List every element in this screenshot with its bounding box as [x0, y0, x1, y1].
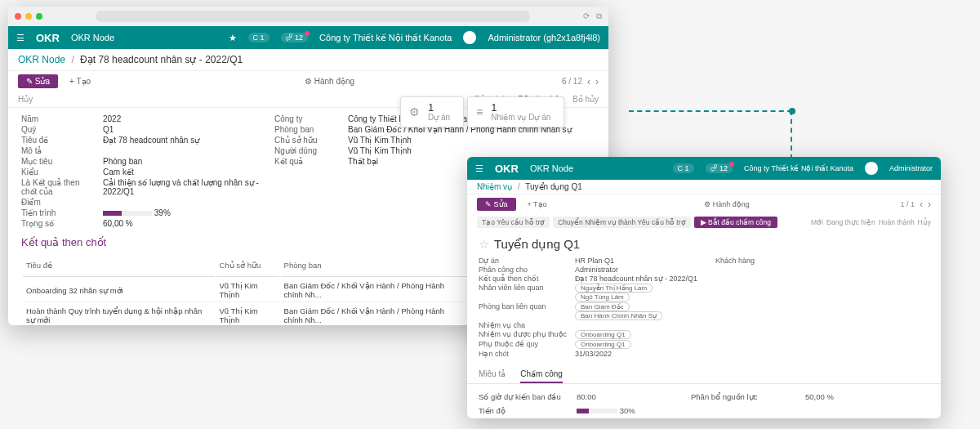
task-window: ☰ OKR OKR Node C 1 🗪 12 Công ty Thiết kế…: [467, 157, 941, 418]
btn-start-timer[interactable]: ▶ Bắt đầu chấm công: [694, 217, 777, 228]
badge-1[interactable]: C 1: [673, 163, 694, 173]
pager-next-icon[interactable]: ›: [595, 76, 599, 87]
user-value: Vũ Thị Kim Thịnh: [348, 146, 595, 155]
pager-next-icon[interactable]: ›: [928, 199, 931, 210]
toolbar: ✎ Sửa + Tạo ⚙ Hành động 6 / 12 ‹ ›: [8, 71, 608, 92]
recur-tag[interactable]: Onboarding Q1: [575, 340, 631, 349]
btn-convert[interactable]: Chuyển Nhiệm vụ thành Yêu cầu hỗ trợ: [553, 217, 690, 228]
planned-value: 80:00: [577, 392, 691, 401]
subtask-label: Nhiệm vụ được phụ thuộc: [479, 330, 568, 339]
stat-label: Dự án: [428, 113, 450, 122]
tab-timesheet[interactable]: Chấm công: [520, 369, 563, 383]
tab-icon[interactable]: ⧉: [596, 11, 602, 21]
action-button[interactable]: ⚙ Hành động: [102, 77, 557, 86]
desc-label: Mô tả: [21, 146, 95, 155]
user-label: Người dùng: [274, 146, 340, 155]
address-bar[interactable]: [96, 11, 530, 22]
progress-bar: [103, 211, 152, 216]
reload-icon[interactable]: ⟳: [583, 11, 590, 21]
kr-label: Kết quả then chốt: [479, 275, 568, 283]
menu-icon[interactable]: ☰: [475, 163, 483, 174]
year-label: Năm: [21, 114, 95, 123]
owner-label: Chủ sở hữu: [274, 136, 340, 145]
edit-button[interactable]: ✎ Sửa: [477, 198, 516, 211]
progress-pct: 39%: [154, 208, 171, 217]
target-label: Mục tiêu: [21, 157, 95, 166]
breadcrumb-root[interactable]: OKR Node: [18, 54, 65, 65]
tab-description[interactable]: Miêu tả: [479, 369, 506, 383]
col-dept[interactable]: Phòng ban: [281, 253, 469, 277]
status-cancel[interactable]: Bỏ hủy: [572, 95, 599, 104]
badge-1[interactable]: C 1: [248, 33, 270, 42]
stat-tasks[interactable]: ≡ 1Nhiệm vụ Dự án: [467, 96, 564, 127]
breadcrumb: Nhiệm vụ / Tuyển dụng Q1: [467, 180, 941, 194]
nav-link[interactable]: OKR Node: [530, 163, 573, 173]
parent-label: Nhiệm vụ cha: [479, 321, 568, 329]
user-name[interactable]: Administrator (gh2x1a8fj4l8): [488, 33, 600, 42]
btn-help-request[interactable]: Tạo Yêu cầu hỗ trợ: [477, 217, 550, 228]
close-dot[interactable]: [15, 13, 21, 20]
col-title[interactable]: Tiêu đề: [23, 253, 215, 277]
iskey-label: Là Kết quả then chốt của: [21, 178, 95, 196]
reldept-label: Phòng ban liên quan: [479, 302, 568, 320]
user-name[interactable]: Administrator: [889, 164, 933, 172]
company-name[interactable]: Công ty Thiết kế Nội thất Kanota: [744, 164, 853, 172]
avatar[interactable]: [865, 162, 878, 175]
sub-tag[interactable]: Onboarding Q1: [575, 330, 631, 339]
planned-label: Số giờ dự kiến ban đầu: [479, 392, 577, 401]
stat-projects[interactable]: ⚙ 1Dự án: [400, 96, 464, 127]
breadcrumb-root[interactable]: Nhiệm vụ: [477, 182, 512, 191]
target-value: Phòng ban: [103, 157, 266, 166]
pager-prev-icon[interactable]: ‹: [587, 76, 590, 87]
col-owner[interactable]: Chủ sở hữu: [216, 253, 279, 277]
status-doing[interactable]: Đang thực hiện: [826, 218, 875, 226]
metrics: Số giờ dự kiến ban đầu 80:00 Phân bổ ngu…: [467, 384, 941, 418]
nav-link[interactable]: OKR Node: [71, 33, 114, 42]
progress-label: Tiến trình: [21, 208, 95, 217]
progress-label: Tiến độ: [479, 406, 577, 415]
create-button[interactable]: + Tạo: [521, 198, 554, 211]
app-title: OKR: [36, 32, 60, 44]
status-new[interactable]: Mới: [811, 218, 823, 226]
puzzle-icon: ⚙: [409, 105, 420, 118]
company-label: Công ty: [274, 114, 340, 123]
pager-prev-icon[interactable]: ‹: [920, 199, 923, 210]
badge-2[interactable]: 🗪 12: [281, 33, 309, 42]
star-icon[interactable]: ★: [229, 33, 237, 43]
stat-num: 1: [428, 102, 450, 113]
customer-label: Khách hàng: [715, 257, 789, 265]
dept-tag[interactable]: Ban Hành Chính Nhân Sự: [575, 311, 662, 320]
task-title: Tuyển dụng Q1: [494, 237, 580, 251]
company-name[interactable]: Công ty Thiết kế Nội thất Kanota: [319, 33, 452, 43]
star-icon[interactable]: ☆: [479, 237, 489, 251]
staff-tag[interactable]: Ngô Tùng Lâm: [575, 293, 630, 302]
action-button[interactable]: ⚙ Hành động: [559, 200, 896, 208]
app-title: OKR: [495, 163, 519, 175]
status-done[interactable]: Hoàn thành: [879, 218, 915, 226]
assign-label: Phân công cho: [479, 266, 568, 274]
status-cancel[interactable]: Hủy: [918, 218, 931, 226]
max-dot[interactable]: [36, 13, 42, 20]
dept-tag[interactable]: Ban Giám Đốc: [575, 302, 630, 311]
badge-2[interactable]: 🗪 12: [706, 163, 733, 173]
browser-chrome: ⟳⧉: [8, 7, 608, 26]
type-value: Cam kết: [103, 168, 266, 177]
list-icon: ≡: [476, 105, 483, 118]
kr-value: Đạt 78 headcount nhân sự - 2022/Q1: [575, 275, 709, 283]
detail-tabs: Miêu tả Chấm công: [467, 364, 941, 384]
min-dot[interactable]: [25, 13, 32, 20]
stat-num: 1: [491, 102, 550, 113]
avatar[interactable]: [463, 31, 476, 44]
menu-icon[interactable]: ☰: [16, 33, 24, 43]
cancel-link[interactable]: Hủy: [18, 95, 33, 104]
type-label: Kiểu: [21, 168, 95, 177]
create-button[interactable]: + Tạo: [63, 74, 97, 88]
edit-button[interactable]: ✎ Sửa: [18, 74, 58, 88]
app-header: ☰ OKR OKR Node C 1 🗪 12 Công ty Thiết kế…: [467, 157, 941, 180]
action-bar: Tạo Yêu cầu hỗ trợ Chuyển Nhiệm vụ thành…: [467, 214, 941, 230]
stat-cards: ⚙ 1Dự án ≡ 1Nhiệm vụ Dự án: [400, 96, 564, 127]
breadcrumb-title: Đạt 78 headcount nhân sự - 2022/Q1: [80, 54, 243, 65]
iskey-value: Cải thiện số lượng và chất lượng nhân sự…: [103, 178, 266, 196]
alloc-label: Phân bổ nguồn lực: [691, 392, 805, 401]
staff-tag[interactable]: Nguyễn Thị Hồng Lam: [575, 284, 653, 293]
